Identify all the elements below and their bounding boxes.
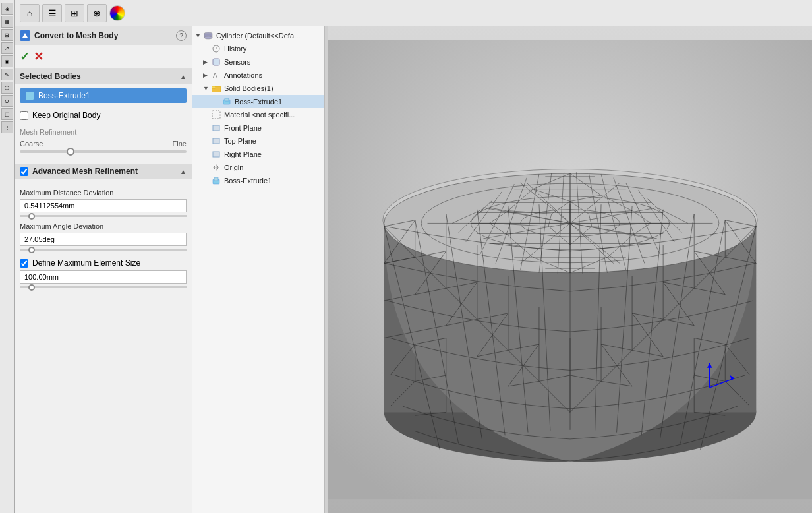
left-toolbar: ◈ ▦ ⊞ ↗ ◉ ✎ ⬡ ⊙ ◫ ⋮	[0, 0, 14, 513]
solid-bodies-icon	[211, 83, 221, 94]
tree-annotations[interactable]: ▶ A Annotations	[192, 69, 324, 82]
top-toolbar: ⌂ ☰ ⊞ ⊕	[14, 0, 812, 26]
right-plane-label: Right Plane	[224, 150, 262, 158]
origin-icon	[211, 162, 221, 173]
top-plane-icon	[211, 136, 221, 146]
slider-thumb[interactable]	[67, 148, 74, 156]
solid-bodies-label: Solid Bodies(1)	[224, 84, 274, 92]
define-max-label: Define Maximum Element Size	[32, 258, 140, 268]
svg-rect-13	[213, 138, 219, 144]
boss-extrude-icon	[211, 175, 221, 186]
max-angle-input[interactable]: 27.05deg	[20, 233, 187, 246]
mesh-viewport	[328, 26, 812, 513]
advanced-header[interactable]: Advanced Mesh Refinement ▲	[14, 164, 192, 179]
selected-bodies-collapse-icon: ▲	[180, 73, 187, 80]
selected-body-item[interactable]: Boss-Extrude1	[20, 88, 187, 103]
viewport[interactable]	[328, 26, 812, 513]
toolbar-icon-1[interactable]: ◈	[1, 3, 13, 15]
boss-extrude-solid-label: Boss-Extrude1	[235, 98, 282, 106]
solid-bodies-arrow: ▼	[203, 85, 211, 92]
element-slider[interactable]	[20, 286, 187, 288]
keep-original-row: Keep Original Body	[14, 107, 192, 124]
distance-slider[interactable]	[20, 215, 187, 217]
coarse-label: Coarse	[20, 140, 43, 148]
toolbar-icon-6[interactable]: ✎	[1, 69, 13, 80]
toolbar-list-btn[interactable]: ☰	[42, 4, 62, 22]
svg-text:A: A	[213, 72, 218, 79]
feature-tree: ▼ Cylinder (Default<<Defa... ▶ History	[192, 26, 324, 513]
selected-bodies-label: Selected Bodies	[20, 72, 81, 81]
selected-body-name: Boss-Extrude1	[38, 91, 90, 100]
sensors-arrow: ▶	[203, 59, 211, 65]
define-max-row: Define Maximum Element Size	[20, 256, 187, 270]
root-icon	[203, 30, 214, 41]
toolbar-icon-4[interactable]: ↗	[1, 42, 13, 54]
panel-title: Convert to Mesh Body	[34, 31, 118, 40]
distance-slider-thumb[interactable]	[28, 213, 35, 220]
advanced-checkbox[interactable]	[20, 167, 28, 176]
tree-material[interactable]: ▶ Material <not specifi...	[192, 108, 324, 121]
tree-boss-extrude-solid[interactable]: ▶ Boss-Extrude1	[192, 95, 324, 108]
body-icon	[25, 91, 34, 100]
tree-root[interactable]: ▼ Cylinder (Default<<Defa...	[192, 29, 324, 42]
mesh-refinement-slider[interactable]	[20, 150, 187, 153]
boss-extrude-solid-icon	[221, 96, 232, 107]
svg-point-3	[204, 36, 212, 39]
toolbar-target-btn[interactable]: ⊕	[87, 4, 107, 22]
tree-sensors[interactable]: ▶ Sensors	[192, 55, 324, 69]
toolbar-icon-2[interactable]: ▦	[1, 16, 13, 28]
help-icon[interactable]: ?	[176, 30, 187, 41]
angle-slider[interactable]	[20, 249, 187, 251]
svg-rect-10	[225, 98, 229, 101]
sensors-label: Sensors	[224, 58, 250, 66]
toolbar-icon-9[interactable]: ◫	[1, 108, 13, 120]
tree-right-plane[interactable]: ▶ Right Plane	[192, 148, 324, 161]
advanced-collapse-icon: ▲	[180, 168, 187, 175]
angle-slider-thumb[interactable]	[28, 247, 35, 253]
cancel-button[interactable]: ✕	[34, 49, 44, 64]
history-icon	[211, 44, 221, 54]
toolbar-icon-5[interactable]: ◉	[1, 55, 13, 67]
annotations-label: Annotations	[224, 71, 262, 79]
svg-rect-8	[212, 86, 216, 88]
root-label: Cylinder (Default<<Defa...	[216, 32, 300, 40]
main-layout: ⌂ ☰ ⊞ ⊕ Convert to Mesh Body ?	[14, 0, 812, 513]
tree-origin[interactable]: ▶ Origin	[192, 161, 324, 174]
history-label: History	[224, 45, 246, 53]
front-plane-icon	[211, 123, 221, 133]
panel-header-title: Convert to Mesh Body	[20, 30, 118, 41]
selected-bodies-header[interactable]: Selected Bodies ▲	[14, 69, 192, 84]
define-max-checkbox[interactable]	[20, 259, 28, 268]
svg-rect-19	[214, 177, 218, 181]
panel-header: Convert to Mesh Body ?	[14, 26, 192, 45]
toolbar-color-btn[interactable]	[109, 5, 125, 21]
advanced-content: Maximum Distance Deviation 0.54112554mm …	[14, 179, 192, 297]
tree-solid-bodies[interactable]: ▼ Solid Bodies(1)	[192, 82, 324, 95]
material-icon	[211, 109, 221, 120]
toolbar-grid-btn[interactable]: ⊞	[65, 4, 84, 22]
max-angle-label: Maximum Angle Deviation	[20, 222, 187, 230]
tree-top-plane[interactable]: ▶ Top Plane	[192, 135, 324, 148]
svg-marker-0	[22, 33, 28, 38]
ok-button[interactable]: ✓	[20, 49, 30, 64]
origin-label: Origin	[224, 164, 243, 171]
toolbar-icon-3[interactable]: ⊞	[1, 29, 13, 41]
toolbar-home-btn[interactable]: ⌂	[20, 4, 40, 22]
svg-rect-5	[213, 59, 219, 65]
annotations-icon: A	[211, 70, 221, 80]
tree-front-plane[interactable]: ▶ Front Plane	[192, 121, 324, 135]
toolbar-icon-8[interactable]: ⊙	[1, 95, 13, 107]
tree-boss-extrude[interactable]: ▶ Boss-Extrude1	[192, 174, 324, 187]
svg-rect-14	[213, 152, 219, 157]
toolbar-icon-7[interactable]: ⬡	[1, 82, 13, 94]
max-distance-input[interactable]: 0.54112554mm	[20, 199, 187, 212]
element-slider-thumb[interactable]	[28, 284, 35, 291]
tree-history[interactable]: ▶ History	[192, 42, 324, 55]
mesh-refinement-label: Mesh Refinement	[20, 128, 187, 136]
toolbar-icon-10[interactable]: ⋮	[1, 121, 13, 133]
keep-original-checkbox[interactable]	[20, 111, 28, 120]
mesh-refinement-section: Mesh Refinement Coarse Fine	[14, 124, 192, 164]
annotations-arrow: ▶	[203, 72, 211, 78]
fine-label: Fine	[173, 140, 187, 148]
max-element-input[interactable]: 100.00mm	[20, 270, 187, 284]
